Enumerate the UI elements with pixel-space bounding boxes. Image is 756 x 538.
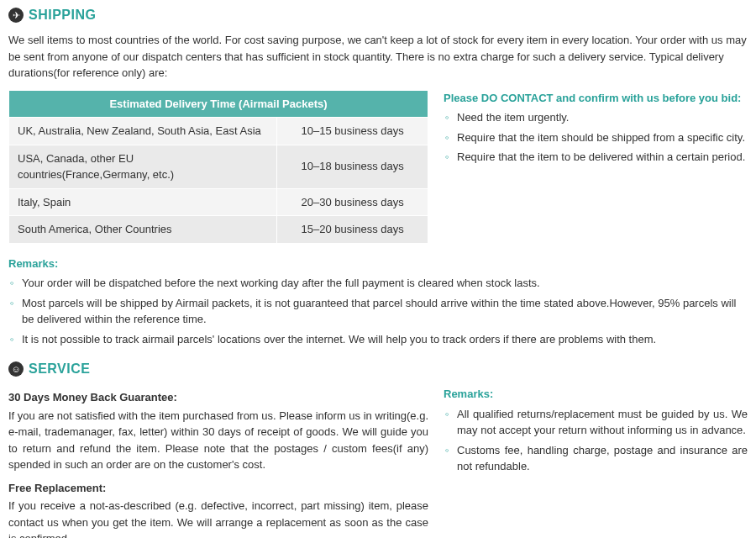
region-cell: Italy, Spain	[9, 188, 277, 216]
list-item: Your order will be dispatched before the…	[8, 275, 748, 292]
service-remarks-label: Remarks:	[444, 386, 748, 403]
table-row: Italy, Spain 20–30 business days	[9, 188, 428, 216]
headset-icon: ☺	[8, 361, 24, 377]
shipping-intro: We sell items to most countries of the w…	[8, 32, 748, 82]
delivery-table: Estimated Delivery Time (Airmail Packets…	[8, 90, 428, 244]
list-item: Require that the item should be shipped …	[444, 129, 748, 146]
replacement-body: If you receive a not-as-described (e.g. …	[8, 498, 428, 538]
service-columns: 30 Days Money Back Guarantee: If you are…	[8, 386, 748, 538]
list-item: Need the item urgently.	[444, 109, 748, 126]
list-item: It is not possible to track airmail parc…	[8, 331, 748, 348]
replacement-head: Free Replacement:	[8, 480, 428, 497]
duration-cell: 15–20 business days	[277, 216, 428, 244]
shipping-remarks: Remarks: Your order will be dispatched b…	[8, 256, 748, 348]
guarantee-head: 30 Days Money Back Guarantee:	[8, 389, 428, 406]
list-item: Customs fee, handling charge, postage an…	[444, 442, 748, 475]
contact-before-bid: Please DO CONTACT and confirm with us be…	[444, 90, 748, 244]
table-row: South America, Other Countries 15–20 bus…	[9, 216, 428, 244]
service-right: Remarks: All qualified returns/replaceme…	[444, 386, 748, 538]
service-header: ☺ SERVICE	[8, 359, 748, 379]
list-item: All qualified returns/replacement must b…	[444, 406, 748, 439]
region-cell: USA, Canada, other EU countries(France,G…	[9, 145, 277, 188]
plane-icon: ✈	[8, 8, 24, 23]
remarks-list: Your order will be dispatched before the…	[8, 275, 748, 347]
duration-cell: 10–15 business days	[277, 118, 428, 145]
delivery-table-header: Estimated Delivery Time (Airmail Packets…	[9, 90, 428, 118]
region-cell: South America, Other Countries	[9, 216, 277, 244]
duration-cell: 20–30 business days	[277, 188, 428, 216]
table-row: USA, Canada, other EU countries(France,G…	[9, 145, 428, 188]
duration-cell: 10–18 business days	[277, 145, 428, 188]
contact-list: Need the item urgently. Require that the…	[444, 109, 748, 166]
service-title: SERVICE	[29, 359, 90, 379]
remarks-label: Remarks:	[8, 256, 748, 272]
list-item: Most parcels will be shipped by Airmail …	[8, 295, 748, 328]
region-cell: UK, Australia, New Zealand, South Asia, …	[9, 118, 277, 145]
contact-heading: Please DO CONTACT and confirm with us be…	[444, 90, 748, 107]
table-row: UK, Australia, New Zealand, South Asia, …	[9, 118, 428, 145]
guarantee-body: If you are not satisfied with the item p…	[8, 408, 428, 473]
shipping-header: ✈ SHIPPING	[8, 5, 748, 25]
list-item: Require that the item to be delivered wi…	[444, 149, 748, 166]
delivery-table-wrap: Estimated Delivery Time (Airmail Packets…	[8, 90, 428, 244]
service-left: 30 Days Money Back Guarantee: If you are…	[8, 386, 428, 538]
service-remarks-list: All qualified returns/replacement must b…	[444, 406, 748, 475]
shipping-columns: Estimated Delivery Time (Airmail Packets…	[8, 90, 748, 244]
shipping-title: SHIPPING	[29, 5, 96, 25]
